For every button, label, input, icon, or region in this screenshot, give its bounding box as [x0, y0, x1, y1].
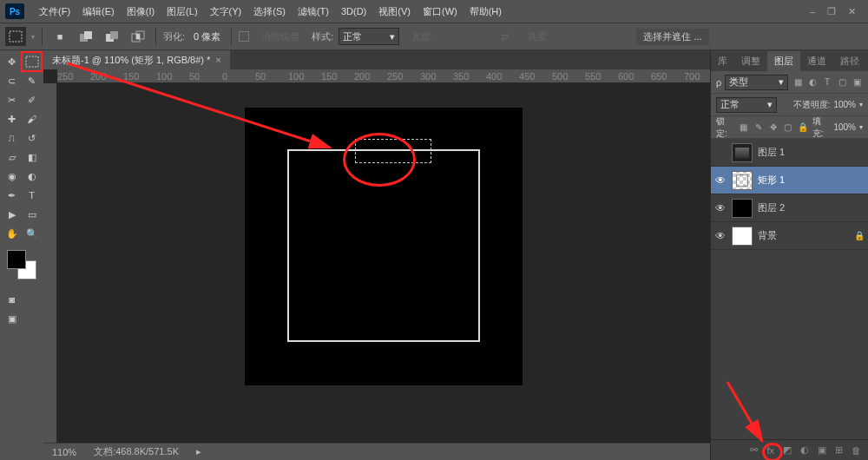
menu-3d[interactable]: 3D(D): [335, 6, 372, 16]
delete-layer-icon[interactable]: 🗑: [852, 445, 861, 456]
new-layer-icon[interactable]: ⊞: [835, 444, 843, 456]
layer-name[interactable]: 图层 2: [758, 201, 785, 214]
foreground-color-swatch[interactable]: [7, 250, 26, 269]
close-button[interactable]: ✕: [848, 6, 856, 17]
color-swatches[interactable]: [7, 250, 36, 279]
layer-row[interactable]: 图层 1: [711, 139, 868, 167]
link-layers-icon[interactable]: ⚯: [750, 444, 758, 456]
move-tool[interactable]: ✥: [2, 52, 22, 71]
tab-close-icon[interactable]: ×: [215, 55, 220, 65]
layer-footer: ⚯ fx ◩ ◐ ▣ ⊞ 🗑: [711, 439, 868, 460]
layer-thumbnail[interactable]: [732, 143, 753, 162]
eyedropper-tool[interactable]: ✐: [22, 90, 42, 109]
layer-visibility-icon[interactable]: 👁: [714, 174, 727, 187]
layer-thumbnail[interactable]: [732, 171, 753, 190]
menu-layer[interactable]: 图层(L): [161, 5, 203, 18]
lock-transparency-icon[interactable]: ▦: [738, 122, 750, 134]
fill-value[interactable]: 100%: [833, 122, 856, 132]
filter-type-icon[interactable]: T: [821, 76, 833, 89]
quick-mask-mode[interactable]: ◙: [2, 290, 22, 309]
adjustment-layer-icon[interactable]: ◐: [800, 444, 809, 456]
selection-subtract-icon[interactable]: [102, 27, 122, 46]
pen-tool[interactable]: ✒: [2, 186, 22, 205]
antialias-label: 消除锯齿: [254, 30, 306, 43]
lock-artboard-icon[interactable]: ▢: [782, 122, 794, 134]
layer-row[interactable]: 👁背景🔒: [711, 222, 868, 250]
zoom-level[interactable]: 110%: [52, 447, 76, 457]
quick-selection-tool[interactable]: ✎: [22, 71, 42, 90]
menu-type[interactable]: 文字(Y): [204, 5, 248, 18]
panel-tab-layers[interactable]: 图层: [767, 51, 800, 71]
menu-window[interactable]: 窗口(W): [417, 5, 464, 18]
minimize-button[interactable]: –: [810, 6, 815, 17]
filter-pixel-icon[interactable]: ▦: [792, 76, 804, 89]
panel-tab-channels[interactable]: 通道: [800, 51, 833, 71]
layer-filter-kind[interactable]: 类型▾: [725, 75, 788, 90]
panel-tab-paths[interactable]: 路径: [833, 51, 866, 71]
lasso-tool[interactable]: ⊂: [2, 71, 22, 90]
hand-tool[interactable]: ✋: [2, 224, 22, 243]
menu-help[interactable]: 帮助(H): [464, 5, 508, 18]
blend-mode-select[interactable]: 正常▾: [716, 97, 777, 113]
layer-visibility-icon[interactable]: 👁: [714, 202, 727, 214]
screen-mode[interactable]: ▣: [2, 309, 22, 328]
layer-name[interactable]: 矩形 1: [758, 174, 785, 187]
maximize-button[interactable]: ❐: [827, 6, 836, 17]
layer-thumbnail[interactable]: [732, 227, 753, 246]
layer-name[interactable]: 背景: [758, 229, 777, 242]
rectangle-shape-tool[interactable]: ▭: [22, 205, 42, 224]
layer-style-icon[interactable]: fx: [766, 445, 774, 456]
layer-name[interactable]: 图层 1: [758, 146, 785, 159]
filter-adjust-icon[interactable]: ◐: [806, 76, 819, 89]
menu-view[interactable]: 视图(V): [372, 5, 417, 18]
history-brush-tool[interactable]: ↺: [22, 128, 42, 148]
selection-intersect-icon[interactable]: [128, 27, 148, 46]
filter-smart-icon[interactable]: ▣: [851, 76, 863, 89]
document-tab-title: 未标题-1 @ 110% (矩形 1, RGB/8#) *: [52, 54, 210, 67]
path-selection-tool[interactable]: ▶: [2, 205, 22, 224]
selection-new-icon[interactable]: ■: [49, 27, 70, 46]
layer-row[interactable]: 👁矩形 1: [711, 167, 868, 194]
rectangular-marquee-tool[interactable]: [22, 52, 42, 71]
layer-list: 图层 1👁矩形 1👁图层 2👁背景🔒: [711, 139, 868, 439]
dodge-tool[interactable]: ◐: [22, 167, 42, 186]
lock-pixels-icon[interactable]: ✎: [753, 122, 765, 134]
canvas[interactable]: [245, 108, 523, 385]
opacity-value[interactable]: 100%: [833, 100, 856, 109]
canvas-viewport[interactable]: [57, 83, 710, 443]
healing-brush-tool[interactable]: ✚: [2, 109, 22, 128]
menu-image[interactable]: 图像(I): [121, 5, 161, 18]
style-select[interactable]: 正常▾: [339, 28, 399, 45]
panel-tab-adjustments[interactable]: 调整: [734, 51, 767, 71]
layer-visibility-icon[interactable]: 👁: [714, 230, 727, 242]
document-tab[interactable]: 未标题-1 @ 110% (矩形 1, RGB/8#) * ×: [43, 50, 230, 69]
menu-filter[interactable]: 滤镜(T): [292, 5, 335, 18]
group-icon[interactable]: ▣: [818, 444, 826, 456]
layer-mask-icon[interactable]: ◩: [783, 444, 792, 456]
svg-rect-2: [84, 31, 92, 39]
svg-rect-8: [26, 56, 38, 67]
select-and-mask-button[interactable]: 选择并遮住 ...: [636, 29, 708, 45]
feather-value[interactable]: 0 像素: [190, 30, 224, 43]
layer-row[interactable]: 👁图层 2: [711, 194, 868, 222]
svg-rect-7: [136, 34, 140, 39]
blur-tool[interactable]: ◉: [2, 167, 22, 186]
menu-select[interactable]: 选择(S): [247, 5, 292, 18]
current-tool-icon[interactable]: [5, 27, 26, 46]
gradient-tool[interactable]: ◧: [22, 148, 42, 167]
type-tool[interactable]: T: [22, 186, 42, 205]
selection-add-icon[interactable]: [76, 27, 96, 46]
filter-shape-icon[interactable]: ▢: [836, 76, 848, 89]
panel-tab-library[interactable]: 库: [711, 51, 734, 71]
lock-all-icon[interactable]: 🔒: [797, 122, 809, 134]
brush-tool[interactable]: 🖌: [22, 109, 42, 128]
eraser-tool[interactable]: ▱: [2, 148, 22, 167]
menu-edit[interactable]: 编辑(E): [76, 5, 121, 18]
lock-position-icon[interactable]: ✥: [767, 122, 779, 134]
menu-file[interactable]: 文件(F): [33, 5, 76, 18]
opacity-label: 不透明度:: [793, 99, 831, 111]
crop-tool[interactable]: ✂: [2, 90, 22, 109]
layer-thumbnail[interactable]: [732, 199, 753, 218]
clone-stamp-tool[interactable]: ⎍: [2, 128, 22, 148]
zoom-tool[interactable]: 🔍: [22, 224, 42, 243]
